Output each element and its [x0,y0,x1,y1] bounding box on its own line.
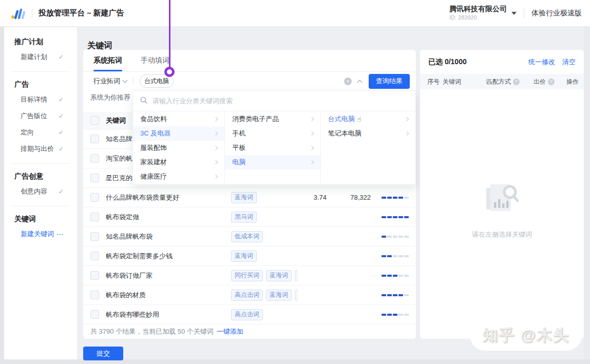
heat-bar-segment [398,314,403,316]
keyword-tag: 蓝海词 [266,270,292,281]
keyword-row: 什么品牌帆布袋质量更好蓝海词3.7478,322 [83,188,416,207]
heat-bar-segment [393,197,397,199]
sidebar-item-targeting[interactable]: 定向✓ [4,124,77,141]
heat-bar-segment [393,275,397,277]
selected-column-label: 出价 [534,78,546,86]
collapse-panel-button[interactable] [358,79,361,84]
selected-column-1: 序号 [427,78,443,86]
keyword-tag: 低成本词 [231,231,263,242]
heat-bar-segment [387,236,392,238]
query-results-button[interactable]: 查询结果 [369,74,410,89]
cascade-item[interactable]: 笔记本电脑 [321,126,415,141]
row-checkbox[interactable] [90,232,99,241]
app-logo-icon [10,7,26,20]
cascade-item[interactable]: 手机 [225,126,320,141]
add-all-link[interactable]: 一键添加 [217,327,243,336]
sidebar-item-label: 目标详情 [21,95,47,104]
keyword-row: 知名品牌帆布袋低成本词 [83,227,416,246]
row-checkbox[interactable] [90,310,99,319]
row-checkbox[interactable] [90,193,99,202]
cascade-item[interactable]: 家装建材 [133,155,224,169]
help-icon[interactable]: ? [513,79,520,85]
row-checkbox[interactable] [90,291,99,299]
selected-column-label: 匹配方式 [486,78,511,86]
sidebar-item-schedule-bid[interactable]: 排期与出价✓ [4,141,77,157]
submit-button[interactable]: 提交 [83,347,123,360]
row-checkbox[interactable] [90,135,99,143]
recommend-hint: 系统为你推荐 [90,93,130,102]
sidebar: 推广计划新建计划✓广告目标详情✓广告版位✓定向✓排期与出价✓广告创意创意内容✓关… [4,27,77,359]
cascade-item[interactable]: 台式电脑☝ [321,112,415,126]
selected-count: 已选 0/1000 [428,58,467,67]
cascade-item[interactable]: 平板 [225,141,320,155]
heat-bar-segment [382,255,386,257]
help-icon[interactable]: ? [548,79,555,85]
sidebar-item-new-keyword[interactable]: 新建关键词⋯ [4,226,77,242]
row-checkbox[interactable] [90,174,99,182]
heat-bars [382,255,409,257]
keyword-tags: 高点击词蓝海词⋯ [231,290,298,301]
selected-column-2: 关键词 [443,78,486,86]
empty-state-text: 请在左侧选择关键词 [420,230,584,239]
cascade-item[interactable]: 消费类电子产品 [225,112,320,126]
tab-label: 系统拓词 [93,56,122,65]
chevron-right-icon [214,160,218,164]
row-checkbox[interactable] [90,271,99,280]
more-actions-icon[interactable]: ⋯ [56,231,64,238]
keyword-row: 帆布袋定做黑马词 [83,207,416,227]
keyword-text: 帆布袋的材质 [106,291,231,300]
cascade-item-label: 平板 [232,143,245,152]
cascade-item[interactable]: 3C 及电器 [133,126,224,141]
check-icon: ✓ [59,129,64,136]
cascade-item[interactable]: 服装配饰 [133,141,224,155]
keyword-text: 帆布袋有哪些妙用 [106,310,231,319]
cascade-item[interactable]: 食品饮料 [133,112,224,126]
row-checkbox[interactable] [90,154,99,163]
industry-expand-dropdown[interactable]: 行业拓词 [93,76,127,86]
category-search-input[interactable] [151,97,408,105]
tab-system-expand[interactable]: 系统拓词 [93,50,122,71]
cascade-item-label: 手机 [232,129,245,138]
select-all-checkbox[interactable] [90,116,99,125]
cascade-search-row [133,91,415,111]
sidebar-divider [11,163,70,164]
batch-edit-link[interactable]: 统一修改 [528,58,555,67]
topbar-divider [32,8,32,18]
check-icon: ✓ [59,53,64,61]
heat-bar-segment [393,294,397,296]
more-tags-button[interactable]: ⋯ [295,290,298,301]
clear-filter-icon[interactable]: × [344,78,352,85]
selected-column-label: 操作 [566,78,579,86]
heat-bar-segment [382,216,386,218]
company-name: 腾讯科技有限公司 [449,5,507,14]
cascade-item-label: 电脑 [232,158,245,167]
selected-panel-header: 已选 0/1000 统一修改 清空 [420,50,584,74]
chevron-right-icon [405,131,409,136]
heat-bar-segment [404,197,409,199]
keyword-tags: 低成本词 [231,231,298,242]
check-icon: ✓ [59,112,64,120]
heat-bar-segment [393,255,397,257]
sidebar-item-target-detail[interactable]: 目标详情✓ [4,91,77,108]
sidebar-item-ad-placement[interactable]: 广告版位✓ [4,108,77,124]
heat-bar-segment [393,236,397,238]
sidebar-section-title-keyword: 关键词 [4,208,77,226]
sidebar-item-creative-content[interactable]: 创意内容✓ [4,183,77,200]
cascade-item-label: 服装配饰 [140,143,167,152]
account-switcher[interactable]: 腾讯科技有限公司 ID: 283920 [449,5,517,21]
edition-link[interactable]: 体验行业极速版 [531,9,582,18]
sidebar-item-label: 排期与出价 [21,144,54,154]
cascade-item-label: 台式电脑☝ [328,114,361,124]
sidebar-item-new-plan[interactable]: 新建计划✓ [4,49,77,65]
clear-all-link[interactable]: 清空 [562,58,576,67]
cascade-item[interactable]: 电脑 [225,155,320,169]
row-checkbox[interactable] [90,213,99,221]
table-footer: 共 3790 个结果，当前已加载 50 个关键词 一键添加 [83,324,416,339]
cascade-item[interactable]: 健康医疗 [133,169,224,184]
cascade-column-3: 台式电脑☝笔记本电脑 [321,111,415,184]
sidebar-item-label: 新建计划 [21,52,47,62]
chevron-up-icon [357,80,363,85]
row-checkbox[interactable] [90,252,99,260]
more-tags-button[interactable]: ⋯ [295,270,298,281]
heat-bar-segment [398,275,403,277]
